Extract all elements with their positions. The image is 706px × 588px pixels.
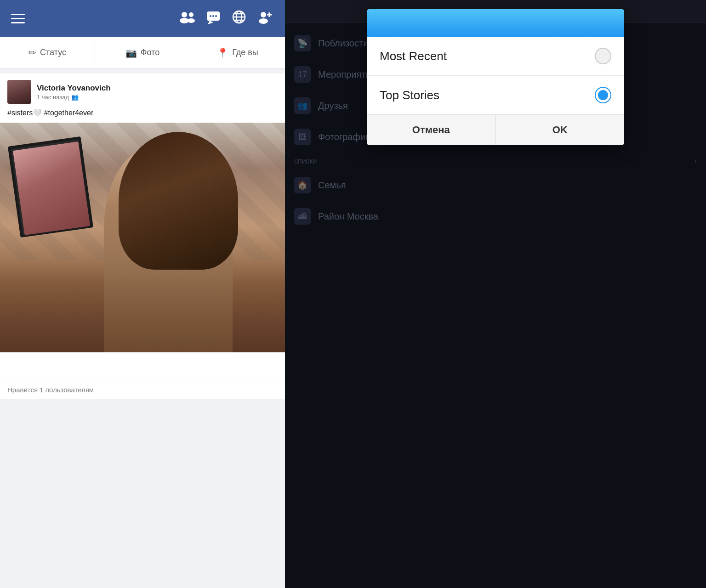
avatar-image <box>7 80 31 104</box>
hamburger-menu-icon[interactable] <box>11 14 25 23</box>
svg-point-14 <box>261 12 266 17</box>
option-most-recent[interactable]: Most Recent <box>367 37 624 76</box>
left-panel: ✏ Статус 📷 Фото 📍 Где вы Victoria Yovano… <box>0 0 285 588</box>
nav-bar <box>0 0 285 37</box>
avatar <box>7 80 31 104</box>
svg-point-8 <box>215 15 217 17</box>
svg-point-6 <box>210 15 211 17</box>
svg-point-15 <box>259 18 268 24</box>
action-bar: ✏ Статус 📷 Фото 📍 Где вы <box>0 37 285 69</box>
feed-card: Victoria Yovanovich 1 час назад 👥 #siste… <box>0 74 285 399</box>
friends-nav-icon[interactable] <box>178 11 195 27</box>
post-header: Victoria Yovanovich 1 час назад 👥 <box>0 74 285 108</box>
visibility-icon: 👥 <box>71 94 79 101</box>
photo-button[interactable]: 📷 Фото <box>95 37 190 68</box>
post-time: 1 час назад <box>37 94 69 101</box>
option-top-stories-radio[interactable] <box>595 87 611 103</box>
post-action-bar <box>0 352 285 380</box>
option-top-stories[interactable]: Top Stories <box>367 76 624 114</box>
dialog-body: Most Recent Top Stories <box>367 37 624 114</box>
post-author: Victoria Yovanovich <box>37 84 111 93</box>
svg-point-0 <box>182 12 187 17</box>
checkin-label: Где вы <box>232 48 258 57</box>
camera-icon: 📷 <box>125 47 137 58</box>
right-panel: 📡 Поблизости 17 Мероприятия 👥 Друзья 🖼 Ф… <box>285 0 706 588</box>
dialog: Most Recent Top Stories Отмена OK <box>367 9 624 145</box>
post-image <box>0 123 285 352</box>
globe-nav-icon[interactable] <box>232 10 246 28</box>
svg-marker-5 <box>208 21 213 24</box>
svg-point-7 <box>212 15 214 17</box>
nav-icons-right <box>178 10 274 28</box>
option-most-recent-label: Most Recent <box>380 49 447 63</box>
checkin-button[interactable]: 📍 Где вы <box>190 37 285 68</box>
friend-request-nav-icon[interactable] <box>257 10 274 28</box>
svg-point-2 <box>189 12 194 17</box>
dialog-overlay: Most Recent Top Stories Отмена OK <box>285 0 706 588</box>
status-button[interactable]: ✏ Статус <box>0 37 95 68</box>
edit-icon: ✏ <box>28 47 36 58</box>
post-meta: 1 час назад 👥 <box>37 94 111 101</box>
dialog-actions: Отмена OK <box>367 114 624 145</box>
post-info: Victoria Yovanovich 1 час назад 👥 <box>37 84 111 101</box>
status-label: Статус <box>40 48 66 57</box>
location-icon: 📍 <box>217 47 228 58</box>
option-most-recent-radio[interactable] <box>595 48 611 64</box>
cancel-button[interactable]: Отмена <box>367 115 496 145</box>
option-top-stories-label: Top Stories <box>380 88 439 102</box>
svg-point-3 <box>188 18 195 23</box>
post-likes: Нравится 1 пользователям <box>0 380 285 399</box>
chat-nav-icon[interactable] <box>206 10 221 28</box>
post-text: #sisters🤍 #together4ever <box>0 108 285 123</box>
ok-button[interactable]: OK <box>496 115 625 145</box>
photo-label: Фото <box>141 48 159 57</box>
dialog-blue-bar <box>367 9 624 37</box>
